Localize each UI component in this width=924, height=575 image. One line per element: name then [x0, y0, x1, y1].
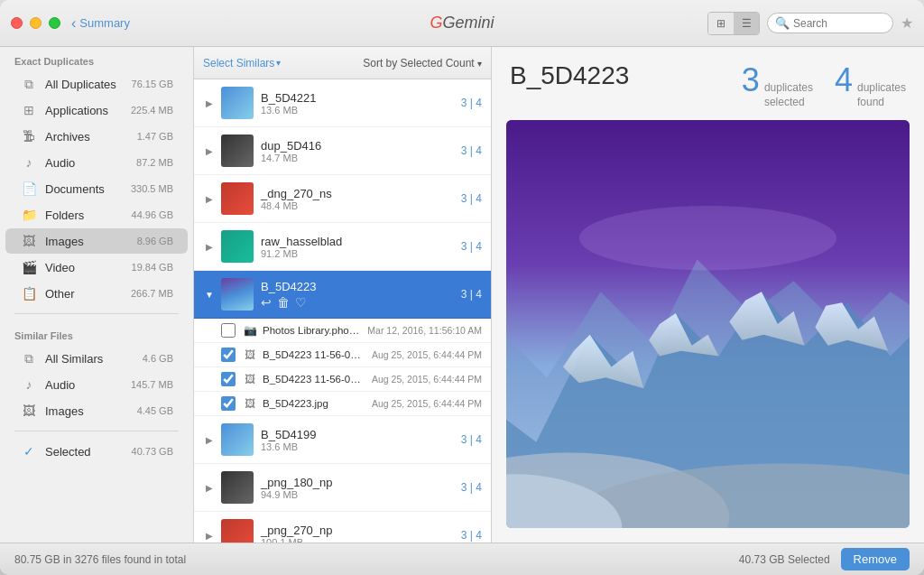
group-row[interactable]: ▶ _dng_270_ns 48.4 MB 3 | 4 — [194, 175, 491, 223]
group-size: 94.9 MB — [261, 489, 461, 500]
select-similars-button[interactable]: Select Similars ▾ — [203, 57, 281, 70]
expand-icon: ▶ — [203, 240, 216, 253]
group-row[interactable]: ▶ B_5D4221 13.6 MB 3 | 4 — [194, 79, 491, 127]
group-thumbnail — [221, 471, 254, 504]
sidebar-item-other[interactable]: 📋 Other 266.7 MB — [5, 281, 188, 306]
sidebar-item-size: 4.45 GB — [137, 405, 173, 416]
file-row: 🖼 B_5D4223 11-56-04-991 Aug 25, 2015, 6:… — [194, 367, 491, 392]
sidebar-item-similar-audio[interactable]: ♪ Audio 145.7 MB — [5, 372, 188, 397]
list-view-button[interactable]: ☰ — [734, 13, 759, 34]
group-name: B_5D4223 — [261, 280, 461, 293]
group-row[interactable]: ▶ dup_5D416 14.7 MB 3 | 4 — [194, 127, 491, 175]
trash-icon[interactable]: 🗑 — [277, 295, 290, 310]
grid-view-button[interactable]: ⊞ — [708, 13, 734, 34]
file-checkbox[interactable] — [221, 396, 236, 411]
expand-icon: ▶ — [203, 481, 216, 494]
sidebar-item-folders[interactable]: 📁 Folders 44.96 GB — [5, 202, 188, 227]
group-thumbnail — [221, 519, 254, 543]
favorite-button[interactable]: ★ — [901, 14, 913, 32]
doc-icon: 📄 — [20, 180, 38, 198]
sidebar-item-size: 1.47 GB — [137, 131, 173, 142]
sidebar-item-size: 44.96 GB — [132, 209, 173, 220]
sidebar-item-name: All Duplicates — [45, 78, 128, 91]
status-text: 80.75 GB in 3276 files found in total — [14, 553, 186, 566]
bottom-right: 40.73 GB Selected Remove — [739, 548, 910, 570]
sidebar-item-selected[interactable]: ✓ Selected 40.73 GB — [5, 439, 188, 464]
sort-label: Sort by Selected Count — [363, 57, 474, 70]
sidebar-item-size: 145.7 MB — [131, 379, 173, 390]
file-date: Aug 25, 2015, 6:44:44 PM — [372, 349, 482, 360]
group-info: _png_180_np 94.9 MB — [261, 476, 461, 500]
sidebar-item-all-similars[interactable]: ⧉ All Similars 4.6 GB — [5, 346, 188, 371]
close-button[interactable] — [11, 17, 23, 29]
sidebar-item-size: 8.96 GB — [137, 236, 173, 246]
minimize-button[interactable] — [30, 17, 42, 29]
group-info: _dng_270_ns 48.4 MB — [261, 187, 461, 211]
maximize-button[interactable] — [49, 17, 60, 29]
sidebar: Exact Duplicates ⧉ All Duplicates 76.15 … — [0, 47, 194, 543]
detail-stats: 3 duplicatesselected 4 duplicatesfound — [742, 61, 906, 109]
sidebar-item-images[interactable]: 🖼 Images 8.96 GB — [5, 228, 188, 254]
sidebar-item-name: All Similars — [45, 352, 139, 366]
back-button[interactable]: ‹ Summary — [71, 15, 130, 32]
detail-header: B_5D4223 3 duplicatesselected 4 duplicat… — [492, 47, 924, 120]
group-counts: 3 | 4 — [461, 97, 482, 109]
middle-toolbar: Select Similars ▾ Sort by Selected Count… — [194, 47, 491, 79]
group-name: raw_hasselblad — [261, 235, 461, 248]
file-date: Aug 25, 2015, 6:44:44 PM — [372, 374, 482, 385]
group-row[interactable]: ▶ _png_180_np 94.9 MB 3 | 4 — [194, 464, 491, 512]
group-name: _png_270_np — [261, 524, 461, 537]
audio-icon: ♪ — [20, 153, 38, 172]
detail-image — [506, 120, 910, 528]
group-info: raw_hasselblad 91.2 MB — [261, 235, 461, 259]
sidebar-item-name: Video — [45, 261, 128, 274]
file-checkbox[interactable] — [221, 372, 236, 386]
file-row: 📷 Photos Library.photslibr Mar 12, 2016,… — [194, 319, 491, 343]
group-counts: 3 | 4 — [461, 144, 482, 157]
replace-icon[interactable]: ↩ — [261, 295, 272, 310]
app-icon: ⊞ — [20, 101, 38, 119]
titlebar-right: ⊞ ☰ 🔍 ★ — [707, 12, 913, 35]
select-similars-label: Select Similars — [203, 57, 274, 70]
sidebar-item-applications[interactable]: ⊞ Applications 225.4 MB — [5, 97, 188, 123]
app-title: GGemini — [430, 14, 494, 32]
sidebar-item-audio[interactable]: ♪ Audio 87.2 MB — [5, 150, 188, 175]
svg-point-10 — [579, 206, 836, 270]
archive-icon: 🗜 — [20, 127, 38, 145]
sidebar-item-documents[interactable]: 📄 Documents 330.5 MB — [5, 176, 188, 201]
file-row: 🖼 B_5D4223.jpg Aug 25, 2015, 6:44:44 PM — [194, 392, 491, 416]
sidebar-item-name: Audio — [45, 156, 133, 170]
folder-icon: 📁 — [20, 206, 38, 224]
search-input[interactable] — [793, 17, 883, 30]
titlebar: ‹ Summary GGemini ⊞ ☰ 🔍 ★ — [0, 0, 924, 47]
sidebar-item-similar-images[interactable]: 🖼 Images 4.45 GB — [5, 398, 188, 423]
sidebar-item-archives[interactable]: 🗜 Archives 1.47 GB — [5, 124, 188, 149]
group-size: 48.4 MB — [261, 200, 461, 211]
expand-icon: ▶ — [203, 433, 216, 446]
file-date: Aug 25, 2015, 6:44:44 PM — [372, 398, 482, 409]
sort-button[interactable]: Sort by Selected Count ▾ — [363, 57, 482, 70]
group-row[interactable]: ▶ raw_hasselblad 91.2 MB 3 | 4 — [194, 223, 491, 271]
sidebar-item-video[interactable]: 🎬 Video 19.84 GB — [5, 255, 188, 280]
file-name: B_5D4223.jpg — [263, 398, 365, 409]
group-actions: ↩ 🗑 ♡ — [261, 295, 461, 310]
file-checkbox[interactable] — [221, 348, 236, 362]
group-info: B_5D4199 13.6 MB — [261, 428, 461, 452]
group-size: 14.7 MB — [261, 153, 461, 163]
group-counts: 3 | 4 — [461, 288, 482, 301]
group-row[interactable]: ▶ B_5D4199 13.6 MB 3 | 4 — [194, 416, 491, 464]
remove-button[interactable]: Remove — [841, 548, 910, 570]
sidebar-item-size: 4.6 GB — [143, 353, 173, 364]
traffic-lights — [11, 17, 60, 29]
copy-icon: ⧉ — [20, 75, 38, 93]
sidebar-divider-2 — [14, 431, 179, 431]
group-counts: 3 | 4 — [461, 192, 482, 205]
heart-icon[interactable]: ♡ — [295, 295, 307, 310]
sidebar-item-all-duplicates[interactable]: ⧉ All Duplicates 76.15 GB — [5, 71, 188, 97]
mountain-landscape — [506, 120, 910, 528]
group-row[interactable]: ▶ _png_270_np 100.1 MB 3 | 4 — [194, 512, 491, 543]
group-name: B_5D4199 — [261, 428, 461, 441]
group-row-selected[interactable]: ▼ B_5D4223 ↩ 🗑 ♡ 3 | 4 — [194, 271, 491, 319]
file-checkbox[interactable] — [221, 323, 236, 338]
file-group-list: ▶ B_5D4221 13.6 MB 3 | 4 ▶ dup_5D416 14.… — [194, 79, 491, 543]
